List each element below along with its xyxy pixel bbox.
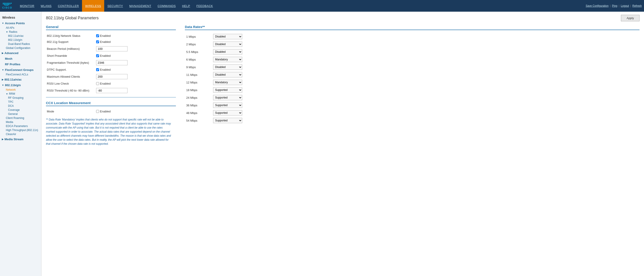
- sidebar-item-rf-grouping[interactable]: RF Grouping: [0, 96, 41, 100]
- sidebar-item-80211a-main[interactable]: ▶ 802.11a/n/ac: [0, 77, 41, 82]
- nav-help[interactable]: HELP: [179, 0, 193, 12]
- sidebar-item-flexconnect[interactable]: ▼ FlexConnect Groups: [0, 67, 41, 72]
- field-label-frag: Fragmentation Threshold (bytes): [46, 59, 95, 67]
- sidebar-item-80211b[interactable]: 802.11b/g/n: [0, 38, 41, 42]
- short-preamble-checkbox[interactable]: [96, 54, 99, 57]
- data-rate-row: 11 MbpsDisabledMandatorySupported: [185, 71, 640, 79]
- rate-label-9: 36 Mbps: [185, 101, 212, 109]
- rate-select-2[interactable]: DisabledMandatorySupported: [213, 49, 242, 55]
- nav-controller[interactable]: CONTROLLER: [55, 0, 82, 12]
- field-rssi-threshold: RSSI Threshold (-60 to -90 dBm): [46, 87, 176, 94]
- rate-select-11[interactable]: DisabledMandatorySupported: [213, 118, 242, 123]
- triangle-flexconnect-icon: ▼: [2, 69, 4, 71]
- refresh-link[interactable]: Refresh: [632, 4, 642, 8]
- network-status-checkbox[interactable]: [96, 34, 99, 37]
- bar4: [7, 3, 8, 6]
- cisco-logo: CISCO: [2, 3, 12, 9]
- data-rate-row: 54 MbpsDisabledMandatorySupported: [185, 117, 640, 124]
- ccx-section-header: CCX Location Measurement: [46, 101, 176, 106]
- field-max-clients: Maximum Allowed Clients: [46, 73, 176, 81]
- nav-management[interactable]: MANAGEMENT: [126, 0, 154, 12]
- general-section-header: General: [46, 25, 176, 30]
- nav-monitor[interactable]: MONITOR: [17, 0, 38, 12]
- triangle-down-icon: ▼: [2, 22, 4, 25]
- logout-link[interactable]: Logout: [621, 4, 629, 8]
- dtpc-value: Enabled: [100, 68, 111, 71]
- sidebar-item-media-stream[interactable]: ▶ Media Stream: [0, 137, 41, 142]
- right-column: Data Rates** 1 MbpsDisabledMandatorySupp…: [185, 25, 640, 146]
- rssi-threshold-input[interactable]: [96, 88, 128, 93]
- rate-label-0: 1 Mbps: [185, 33, 212, 40]
- nav-feedback[interactable]: FEEDBACK: [193, 0, 216, 12]
- rate-select-6[interactable]: DisabledMandatorySupported: [213, 80, 242, 85]
- rate-select-4[interactable]: DisabledMandatorySupported: [213, 64, 242, 70]
- rate-select-5[interactable]: DisabledMandatorySupported: [213, 72, 242, 77]
- rate-select-9[interactable]: DisabledMandatorySupported: [213, 102, 242, 108]
- rate-label-2: 5.5 Mbps: [185, 48, 212, 56]
- nav-commands[interactable]: COMMANDS: [154, 0, 179, 12]
- sidebar-item-coverage[interactable]: Coverage: [0, 108, 41, 112]
- field-label-ccx-mode: Mode: [46, 108, 95, 114]
- network-status-value: Enabled: [100, 34, 111, 38]
- sidebar-item-tpc[interactable]: TPC: [0, 100, 41, 104]
- field-frag-threshold: Fragmentation Threshold (bytes): [46, 59, 176, 67]
- triangle-rrm-icon: ▼: [6, 93, 8, 95]
- sidebar-group-advanced: ▶ Advanced: [0, 51, 41, 56]
- sidebar-item-dca[interactable]: DCA: [0, 104, 41, 108]
- rate-select-7[interactable]: DisabledMandatorySupported: [213, 87, 242, 93]
- field-label-80211g: 802.11g Support: [46, 39, 95, 45]
- sidebar-item-client-roaming[interactable]: Client Roaming: [0, 116, 41, 120]
- sidebar-item-general[interactable]: General: [0, 112, 41, 116]
- sidebar-item-edca[interactable]: EDCA Parameters: [0, 124, 41, 128]
- sidebar-item-rf-profiles[interactable]: RF Profiles: [0, 62, 41, 67]
- sidebar-item-all-aps[interactable]: All APs: [0, 26, 41, 30]
- sidebar-item-flexconnect-acls[interactable]: FlexConnect ACLs: [0, 72, 41, 77]
- sidebar-item-global-config[interactable]: Global Configuration: [0, 46, 41, 50]
- triangle-radios-icon: ▼: [6, 31, 8, 33]
- rate-select-10[interactable]: DisabledMandatorySupported: [213, 110, 242, 115]
- ping-link[interactable]: Ping: [612, 4, 617, 8]
- sidebar-item-mesh[interactable]: Mesh: [0, 56, 41, 61]
- sidebar-item-advanced[interactable]: ▶ Advanced: [0, 51, 41, 56]
- field-network-status: 802.11b/g Network Status Enabled: [46, 33, 176, 39]
- rate-label-5: 11 Mbps: [185, 71, 212, 79]
- rate-select-1[interactable]: DisabledMandatorySupported: [213, 42, 242, 47]
- sidebar-item-access-points[interactable]: ▼ Access Points: [0, 21, 41, 26]
- sidebar-item-80211a[interactable]: 802.11a/n/ac: [0, 34, 41, 38]
- sidebar-item-dualband[interactable]: Dual-Band Radios: [0, 42, 41, 46]
- sidebar-item-cleanair[interactable]: CleanAir: [0, 132, 41, 136]
- data-rate-row: 48 MbpsDisabledMandatorySupported: [185, 109, 640, 117]
- ccx-mode-checkbox[interactable]: [96, 110, 99, 113]
- rate-select-0[interactable]: DisabledMandatorySupported: [213, 34, 242, 39]
- save-config-link[interactable]: Save Configuration: [586, 4, 608, 8]
- nav-wireless[interactable]: WIRELESS: [82, 0, 104, 12]
- apply-button[interactable]: Apply: [621, 15, 640, 21]
- sidebar-item-rrm[interactable]: ▼RRM: [0, 92, 41, 96]
- sidebar-item-high-throughput[interactable]: High Throughput (802.11n): [0, 128, 41, 132]
- sidebar-group-flexconnect: ▼ FlexConnect Groups FlexConnect ACLs: [0, 67, 41, 77]
- sidebar: Wireless ▼ Access Points All APs ▼Radios…: [0, 12, 42, 276]
- sidebar-group-access-points: ▼ Access Points All APs ▼Radios 802.11a/…: [0, 21, 41, 50]
- dtpc-checkbox[interactable]: [96, 68, 99, 71]
- top-right-links: Save Configuration | Ping | Logout | Ref…: [586, 4, 642, 8]
- rssi-check-checkbox[interactable]: [96, 82, 99, 85]
- bar5: [8, 3, 9, 6]
- sidebar-item-media[interactable]: Media: [0, 120, 41, 124]
- nav-wlans[interactable]: WLANs: [38, 0, 55, 12]
- page-title: 802.11b/g Global Parameters: [46, 16, 98, 21]
- field-rssi-low-check: RSSI Low Check Enabled: [46, 81, 176, 87]
- rate-select-3[interactable]: DisabledMandatorySupported: [213, 57, 242, 62]
- 80211g-checkbox[interactable]: [96, 40, 99, 43]
- rate-select-8[interactable]: DisabledMandatorySupported: [213, 95, 242, 100]
- field-label-max-clients: Maximum Allowed Clients: [46, 73, 95, 81]
- frag-threshold-input[interactable]: [96, 60, 128, 65]
- ccx-mode-value: Enabled: [100, 110, 111, 113]
- sidebar-item-80211b-main[interactable]: ▼ 802.11b/g/n: [0, 83, 41, 88]
- triangle-media-icon: ▶: [2, 138, 4, 141]
- nav-security[interactable]: SECURITY: [104, 0, 126, 12]
- sidebar-item-network[interactable]: Network: [0, 88, 41, 92]
- beacon-period-input[interactable]: [96, 46, 128, 51]
- max-clients-input[interactable]: [96, 74, 128, 79]
- sidebar-item-radios[interactable]: ▼Radios: [0, 30, 41, 34]
- network-status-label: Enabled: [96, 34, 175, 38]
